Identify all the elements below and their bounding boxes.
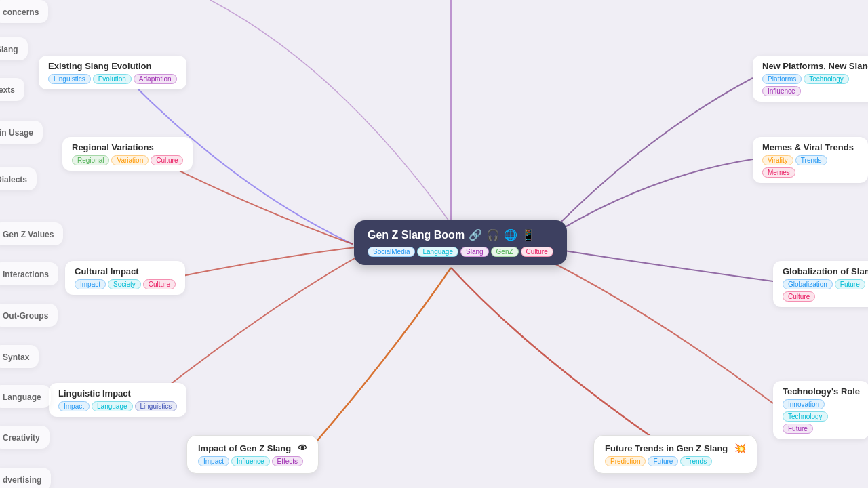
partial-genz-values: Gen Z Values — [0, 222, 63, 245]
mindmap-canvas: Gen Z Slang Boom 🔗 🎧 🌐 📱 SocialMedia Lan… — [0, 0, 868, 488]
tag-culture-g[interactable]: Culture — [783, 291, 815, 302]
tag-genz[interactable]: GenZ — [491, 247, 519, 257]
tag-platforms[interactable]: Platforms — [762, 74, 802, 84]
globe-icon: 🌐 — [504, 228, 517, 241]
tag-prediction[interactable]: Prediction — [605, 456, 646, 466]
partial-language: Language — [0, 385, 51, 408]
node-cultural-impact[interactable]: Cultural Impact Impact Society Culture — [65, 261, 185, 295]
node-memes-title: Memes & Viral Trends — [762, 142, 859, 152]
center-title-text: Gen Z Slang Boom — [368, 229, 465, 241]
tag-memes[interactable]: Memes — [762, 167, 795, 178]
tag-variation[interactable]: Variation — [111, 155, 149, 165]
explosion-icon: 💥 — [734, 443, 746, 453]
partial-concerns: concerns — [0, 0, 48, 23]
node-impact-title: Impact of Gen Z Slang 👁 — [198, 443, 307, 453]
partial-interactions: Interactions — [0, 262, 58, 285]
tag-culture-regional[interactable]: Culture — [151, 155, 183, 165]
node-platforms-tags: Platforms Technology Influence — [762, 74, 868, 96]
tag-culture[interactable]: Culture — [521, 247, 553, 257]
tag-evolution[interactable]: Evolution — [93, 74, 132, 84]
partial-advertising: dvertising — [0, 468, 51, 488]
partial-texts: texts — [0, 78, 24, 101]
partial-dialects: Dialects — [0, 167, 37, 190]
center-title: Gen Z Slang Boom 🔗 🎧 🌐 📱 — [368, 228, 553, 241]
tag-linguistics[interactable]: Linguistics — [48, 74, 91, 84]
center-node[interactable]: Gen Z Slang Boom 🔗 🎧 🌐 📱 SocialMedia Lan… — [354, 220, 567, 265]
tag-future-t[interactable]: Future — [783, 424, 813, 434]
tag-effects[interactable]: Effects — [272, 456, 303, 466]
partial-slang: Slang — [0, 37, 28, 60]
tag-linguistics-l[interactable]: Linguistics — [135, 401, 178, 411]
tag-adaptation[interactable]: Adaptation — [134, 74, 177, 84]
node-linguistic-tags: Impact Language Linguistics — [58, 401, 177, 411]
eye-icon: 👁 — [298, 443, 307, 453]
node-existing-slang-tags: Linguistics Evolution Adaptation — [48, 74, 177, 84]
node-memes[interactable]: Memes & Viral Trends Virality Trends Mem… — [753, 137, 868, 183]
tag-future-g[interactable]: Future — [835, 279, 865, 289]
tag-society[interactable]: Society — [108, 279, 141, 289]
tag-impact-c[interactable]: Impact — [75, 279, 106, 289]
tag-trends-f[interactable]: Trends — [680, 456, 712, 466]
partial-creativity: Creativity — [0, 426, 50, 449]
node-globalization[interactable]: Globalization of Slang Globalization Fut… — [773, 261, 868, 307]
partial-in-usage: in Usage — [0, 121, 43, 144]
node-tech-title: Technology's Role — [783, 386, 860, 396]
tag-future[interactable]: Future — [648, 456, 678, 466]
phone-icon: 📱 — [521, 228, 535, 241]
node-technology-role[interactable]: Technology's Role Innovation Technology … — [773, 381, 868, 439]
node-linguistic-title: Linguistic Impact — [58, 388, 177, 399]
tag-impact-g[interactable]: Impact — [198, 456, 229, 466]
node-cultural-title: Cultural Impact — [75, 266, 176, 277]
node-impact-genz[interactable]: Impact of Gen Z Slang 👁 Impact Influence… — [186, 435, 319, 474]
node-glob-title: Globalization of Slang — [783, 266, 868, 277]
tag-language-l[interactable]: Language — [92, 401, 133, 411]
node-memes-tags: Virality Trends Memes — [762, 155, 859, 178]
node-cultural-tags: Impact Society Culture — [75, 279, 176, 289]
center-tags: SocialMedia Language Slang GenZ Culture — [368, 247, 553, 257]
headphone-icon: 🎧 — [486, 228, 500, 241]
node-future-tags: Prediction Future Trends — [605, 456, 746, 466]
node-platforms-title: New Platforms, New Slang — [762, 61, 868, 71]
tag-trends-m[interactable]: Trends — [795, 155, 827, 165]
partial-out-groups: Out-Groups — [0, 304, 58, 327]
tag-language[interactable]: Language — [417, 247, 458, 257]
node-impact-tags: Impact Influence Effects — [198, 456, 307, 466]
tag-regional[interactable]: Regional — [72, 155, 109, 165]
node-existing-slang-title: Existing Slang Evolution — [48, 61, 177, 71]
node-regional[interactable]: Regional Variations Regional Variation C… — [62, 137, 193, 171]
node-linguistic[interactable]: Linguistic Impact Impact Language Lingui… — [49, 383, 186, 417]
node-tech-tags: Innovation Technology Future — [783, 399, 860, 434]
tag-impact-l[interactable]: Impact — [58, 401, 90, 411]
tag-slang[interactable]: Slang — [460, 247, 489, 257]
node-future-title: Future Trends in Gen Z Slang 💥 — [605, 443, 746, 453]
tag-globalization[interactable]: Globalization — [783, 279, 833, 289]
tag-socialmedia[interactable]: SocialMedia — [368, 247, 415, 257]
tag-influence[interactable]: Influence — [231, 456, 270, 466]
partial-syntax: Syntax — [0, 345, 39, 368]
node-new-platforms[interactable]: New Platforms, New Slang Platforms Techn… — [753, 56, 868, 102]
node-glob-tags: Globalization Future Culture — [783, 279, 868, 302]
tag-innovation[interactable]: Innovation — [783, 399, 825, 409]
tag-influence-p[interactable]: Influence — [762, 86, 801, 96]
node-regional-title: Regional Variations — [72, 142, 183, 152]
tag-culture-c[interactable]: Culture — [143, 279, 176, 289]
tag-virality[interactable]: Virality — [762, 155, 793, 165]
link-icon: 🔗 — [469, 228, 482, 241]
tag-technology[interactable]: Technology — [783, 411, 828, 422]
node-regional-tags: Regional Variation Culture — [72, 155, 183, 165]
tag-technology-p[interactable]: Technology — [804, 74, 849, 84]
node-future-trends[interactable]: Future Trends in Gen Z Slang 💥 Predictio… — [593, 435, 757, 474]
node-existing-slang[interactable]: Existing Slang Evolution Linguistics Evo… — [39, 56, 186, 89]
